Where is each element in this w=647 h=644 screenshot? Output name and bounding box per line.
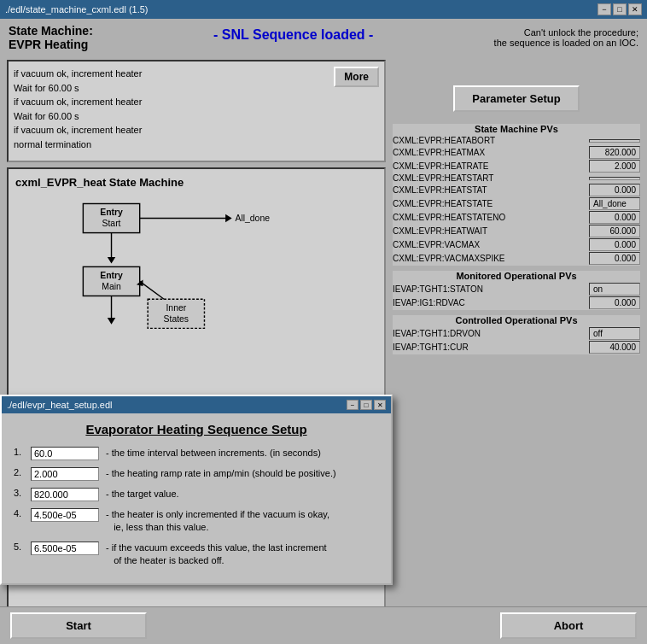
modal-row-1-num: 1.: [14, 447, 31, 457]
modal-title: Evaporator Heating Sequence Setup: [14, 422, 379, 436]
modal-row-2: 2. - the heating ramp rate in amp/min (s…: [14, 467, 379, 481]
minimize-button[interactable]: −: [597, 3, 611, 15]
window-controls: − □ ✕: [597, 3, 642, 15]
window-title: ./edl/state_machine_cxml.edl (1.5): [5, 4, 149, 15]
modal-maximize-button[interactable]: □: [360, 400, 372, 410]
title-bar: ./edl/state_machine_cxml.edl (1.5) − □ ✕: [0, 0, 647, 19]
maximize-button[interactable]: □: [613, 3, 627, 15]
modal-row-5: 5. - if the vacuum exceeds this value, t…: [14, 542, 379, 568]
main-window: State Machine: EVPR Heating - SNL Sequen…: [0, 19, 647, 644]
modal-row-3: 3. - the target value.: [14, 488, 379, 501]
modal-row-4-desc: - the heater is only incremented if the …: [106, 508, 379, 535]
modal-row-5-num: 5.: [14, 542, 31, 552]
modal-window-title: ./edl/evpr_heat_setup.edl: [7, 400, 113, 410]
modal-overlay: ./edl/evpr_heat_setup.edl − □ ✕ Evaporat…: [0, 19, 647, 644]
modal-input-1[interactable]: [31, 447, 99, 460]
modal-close-button[interactable]: ✕: [374, 400, 386, 410]
modal-dialog: ./edl/evpr_heat_setup.edl − □ ✕ Evaporat…: [0, 395, 393, 585]
modal-row-3-num: 3.: [14, 488, 31, 498]
modal-input-4[interactable]: [31, 508, 99, 522]
modal-row-2-desc: - the heating ramp rate in amp/min (shou…: [106, 467, 379, 480]
modal-row-5-desc: - if the vacuum exceeds this value, the …: [106, 542, 379, 568]
modal-row-2-num: 2.: [14, 467, 31, 477]
modal-title-bar: ./edl/evpr_heat_setup.edl − □ ✕: [2, 396, 391, 413]
modal-row-4: 4. - the heater is only incremented if t…: [14, 508, 379, 535]
modal-input-5[interactable]: [31, 542, 99, 555]
modal-row-1-desc: - the time interval between increments. …: [106, 447, 379, 460]
modal-row-3-desc: - the target value.: [106, 488, 379, 501]
modal-input-2[interactable]: [31, 467, 99, 481]
modal-row-4-num: 4.: [14, 508, 31, 518]
modal-row-1: 1. - the time interval between increment…: [14, 447, 379, 460]
modal-input-3[interactable]: [31, 488, 99, 501]
close-button[interactable]: ✕: [628, 3, 642, 15]
modal-window-controls: − □ ✕: [347, 400, 386, 410]
modal-minimize-button[interactable]: −: [347, 400, 358, 410]
modal-content: Evaporator Heating Sequence Setup 1. - t…: [2, 413, 391, 583]
